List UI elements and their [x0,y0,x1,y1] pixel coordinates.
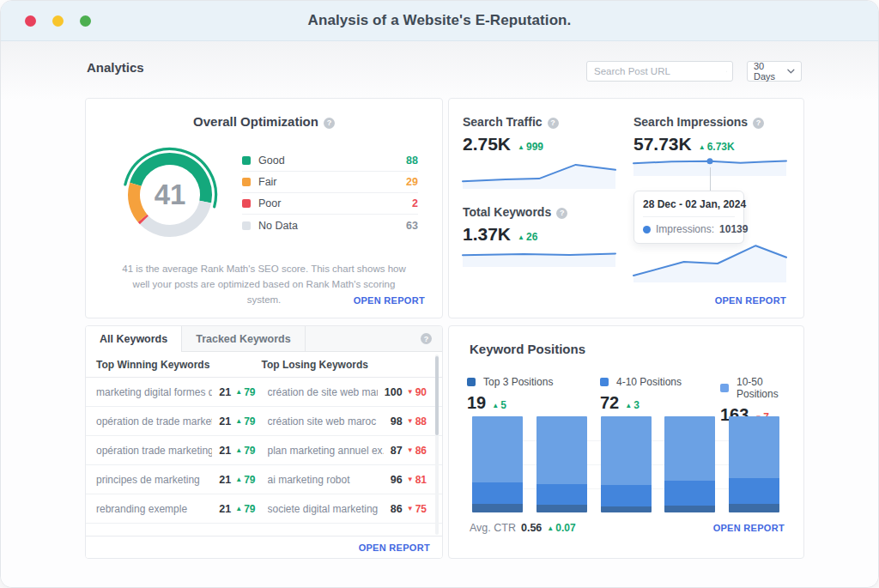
legend-row-good[interactable]: Good 88 [242,150,418,172]
winning-column-header: Top Winning Keywords [96,359,262,371]
period-value: 30 Days [754,61,787,82]
tab-tracked-keywords[interactable]: Tracked Keywords [182,326,305,351]
help-icon[interactable]: ? [421,333,432,344]
good-color-swatch [242,156,251,165]
pos4-10-count: 72 [600,393,619,413]
tooltip-connector-line [710,167,711,191]
card-title: Keyword Positions [470,342,585,356]
total-keywords-delta: 26 [518,231,537,243]
fair-color-swatch [242,178,251,186]
traffic-stats-card: Search Traffic? 2.75K 999 Search Impress… [448,98,804,318]
stacked-bar[interactable] [536,416,587,512]
card-title: Overall Optimization [193,114,318,129]
bar-segment-10-50 [729,416,779,478]
stat-title-search-traffic: Search Traffic [463,115,543,129]
bar-segment-top3 [536,505,587,512]
losing-column-header: Top Losing Keywords [262,359,427,371]
poor-color-swatch [242,199,251,208]
bar-segment-4-10 [729,478,779,503]
tooltip-metric-value: 10139 [719,223,748,235]
avg-ctr: Avg. CTR 0.56 0.07 [470,522,576,534]
search-impressions-delta: 6.73K [699,141,735,153]
table-row[interactable]: principes de marketing2179 ai marketing … [86,465,442,494]
pos10-50-color-swatch [720,384,729,392]
legend-row-poor[interactable]: Poor 2 [242,193,418,215]
keyword-positions-card: Keyword Positions Top 3 Positions 195 4-… [448,325,804,559]
optimization-legend: Good 88 Fair 29 Poor 2 No Data 63 [242,150,418,236]
search-post-url-box [586,61,733,82]
window-title: Analysis of a Website's E-Reputation. [308,12,572,29]
search-traffic-sparkline[interactable] [463,161,615,184]
search-traffic-delta: 999 [518,141,543,153]
legend-row-fair[interactable]: Fair 29 [242,172,418,193]
open-report-link[interactable]: OPEN REPORT [713,523,785,533]
bar-segment-4-10 [664,481,715,506]
search-impressions-value: 57.73K [633,134,692,155]
pos4-10-color-swatch [600,378,609,386]
keyword-positions-bar-chart[interactable] [472,416,779,512]
bar-segment-10-50 [472,416,523,482]
table-row[interactable]: opération trade marketing2179 plan marke… [86,436,442,465]
table-scrollbar[interactable] [435,355,439,535]
chevron-down-icon [787,69,795,74]
chart-tooltip: 28 Dec - 02 Jan, 2024 Impressions: 10139 [633,191,744,244]
period-dropdown[interactable]: 30 Days [747,61,802,82]
bar-segment-10-50 [601,416,652,485]
bar-segment-top3 [729,504,779,512]
close-button[interactable] [25,15,36,27]
stacked-bar[interactable] [664,416,715,512]
tab-all-keywords[interactable]: All Keywords [86,326,182,352]
bar-segment-top3 [664,506,715,512]
tooltip-metric-label: Impressions: [656,223,714,235]
bar-segment-top3 [601,506,652,512]
open-report-link[interactable]: OPEN REPORT [715,295,786,306]
keywords-table-header: Top Winning Keywords Top Losing Keywords [86,352,442,378]
tooltip-date-range: 28 Dec - 02 Jan, 2024 [643,198,735,217]
bar-segment-top3 [472,504,523,512]
bar-segment-4-10 [601,485,652,506]
bottom-right-sparkline[interactable] [633,243,786,277]
table-row[interactable]: opération de trade market...2179 créatio… [86,407,442,436]
search-input[interactable] [594,66,726,76]
seo-score-value: 41 [117,142,223,248]
bar-segment-10-50 [664,416,715,481]
table-row[interactable]: rebranding exemple2179 societe digital m… [86,494,442,524]
stacked-bar[interactable] [729,416,779,512]
maximize-button[interactable] [80,15,91,27]
avg-ctr-value: 0.56 [521,522,542,534]
bar-segment-10-50 [536,416,587,484]
legend-top3: Top 3 Positions 195 [467,376,553,413]
stat-title-search-impressions: Search Impressions [633,115,748,129]
avg-ctr-delta: 0.07 [547,522,575,534]
table-row[interactable]: marketing digital formes d...2179 créati… [86,378,442,407]
scrollbar-thumb[interactable] [435,356,439,435]
top3-color-swatch [467,378,476,386]
keywords-tabbar: All Keywords Tracked Keywords ? [86,326,442,352]
total-keywords-sparkline[interactable] [463,248,615,262]
impressions-dot-icon [643,226,651,233]
minimize-button[interactable] [52,15,64,27]
search-icon[interactable] [726,66,727,77]
open-report-link[interactable]: OPEN REPORT [354,295,425,306]
top3-delta: 5 [492,399,506,411]
open-report-link[interactable]: OPEN REPORT [359,543,430,553]
help-icon[interactable]: ? [324,118,335,129]
keywords-card: All Keywords Tracked Keywords ? Top Winn… [85,325,443,559]
dashboard-content: Analytics 30 Days Overall Optimization? … [1,41,878,587]
help-icon[interactable]: ? [556,208,567,219]
help-icon[interactable]: ? [548,118,559,129]
titlebar: Analysis of a Website's E-Reputation. [1,1,878,41]
app-window: Analysis of a Website's E-Reputation. An… [0,0,879,588]
top3-count: 19 [467,393,486,413]
legend-row-nodata[interactable]: No Data 63 [242,215,418,236]
stat-title-total-keywords: Total Keywords [463,205,551,219]
nodata-color-swatch [242,221,251,230]
stacked-bar[interactable] [472,416,523,512]
legend-4-10: 4-10 Positions 723 [600,376,682,413]
pos4-10-delta: 3 [625,399,640,411]
bar-segment-4-10 [472,482,523,505]
total-keywords-value: 1.37K [463,224,511,245]
help-icon[interactable]: ? [753,118,764,129]
stacked-bar[interactable] [601,416,652,512]
page-title: Analytics [87,60,144,75]
